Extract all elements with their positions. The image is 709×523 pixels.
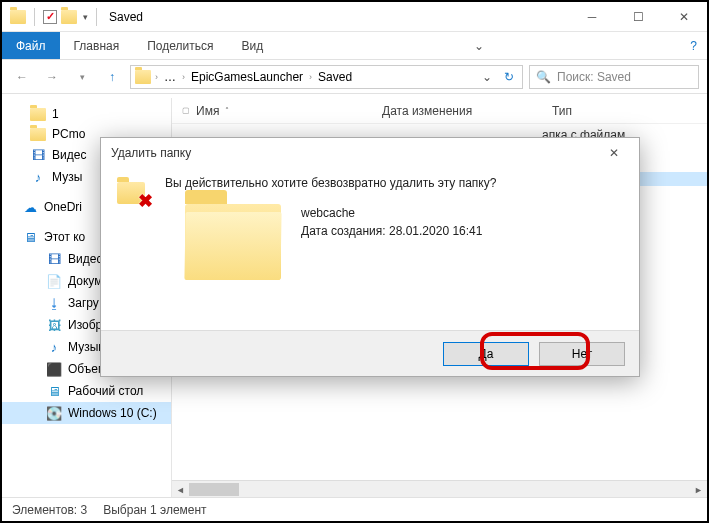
scroll-left-icon[interactable]: ◄ (172, 481, 189, 498)
breadcrumb-sep: › (155, 72, 158, 82)
maximize-button[interactable]: ☐ (615, 2, 661, 32)
ribbon-help-icon[interactable]: ? (680, 32, 707, 59)
window-title: Saved (109, 10, 143, 24)
column-headers: ▢ Имя ˄ Дата изменения Тип (172, 98, 707, 124)
dialog-title: Удалить папку (111, 146, 191, 160)
no-button[interactable]: Нет (539, 342, 625, 366)
delete-folder-warning-icon: ✖ (117, 176, 149, 208)
onedrive-icon: ☁ (22, 199, 38, 215)
refresh-icon[interactable]: ↻ (500, 70, 518, 84)
close-button[interactable]: ✕ (661, 2, 707, 32)
breadcrumb-sep: › (309, 72, 312, 82)
column-name[interactable]: ▢ Имя ˄ (172, 104, 372, 118)
qat-divider-2 (96, 8, 97, 26)
tab-share[interactable]: Поделиться (133, 32, 227, 59)
dialog-message: Вы действительно хотите безвозвратно уда… (165, 176, 623, 190)
recent-dropdown-icon[interactable]: ▾ (70, 65, 94, 89)
forward-button[interactable]: → (40, 65, 64, 89)
music-icon: ♪ (46, 339, 62, 355)
sort-indicator-icon: ˄ (225, 106, 229, 115)
up-button[interactable]: ↑ (100, 65, 124, 89)
sidebar-item[interactable]: 🖥Рабочий стол (2, 380, 171, 402)
dialog-item-name: webcache (301, 204, 482, 222)
search-icon: 🔍 (536, 70, 551, 84)
search-placeholder: Поиск: Saved (557, 70, 631, 84)
pc-icon: 🖥 (22, 229, 38, 245)
video-icon: 🎞 (46, 251, 62, 267)
qat-dropdown-icon[interactable]: ▾ (83, 12, 88, 22)
qat-newfolder-icon[interactable] (61, 10, 77, 24)
documents-icon: 📄 (46, 273, 62, 289)
window-titlebar: ✓ ▾ Saved ─ ☐ ✕ (2, 2, 707, 32)
folder-icon (135, 70, 151, 84)
breadcrumb-sep: › (182, 72, 185, 82)
navigation-bar: ← → ▾ ↑ › … › EpicGamesLauncher › Saved … (2, 60, 707, 94)
column-date[interactable]: Дата изменения (372, 104, 542, 118)
qat-divider (34, 8, 35, 26)
column-type[interactable]: Тип (542, 104, 707, 118)
dialog-item-date: Дата создания: 28.01.2020 16:41 (301, 222, 482, 240)
drive-icon: 💽 (46, 405, 62, 421)
video-icon: 🎞 (30, 147, 46, 163)
selection-count: Выбран 1 элемент (103, 503, 206, 517)
downloads-icon: ⭳ (46, 295, 62, 311)
breadcrumb-item[interactable]: Saved (316, 70, 354, 84)
search-input[interactable]: 🔍 Поиск: Saved (529, 65, 699, 89)
ribbon-expand-icon[interactable]: ⌄ (464, 32, 494, 59)
sidebar-item-drive-c[interactable]: 💽Windows 10 (C:) (2, 402, 171, 424)
scroll-right-icon[interactable]: ► (690, 481, 707, 498)
tab-file[interactable]: Файл (2, 32, 60, 59)
yes-button[interactable]: Да (443, 342, 529, 366)
pictures-icon: 🖼 (46, 317, 62, 333)
item-count: Элементов: 3 (12, 503, 87, 517)
address-bar[interactable]: › … › EpicGamesLauncher › Saved ⌄ ↻ (130, 65, 523, 89)
status-bar: Элементов: 3 Выбран 1 элемент (2, 497, 707, 521)
folder-icon (30, 108, 46, 121)
folder-preview-icon (185, 204, 281, 280)
tab-view[interactable]: Вид (227, 32, 277, 59)
sidebar-item[interactable]: 1 (2, 104, 171, 124)
breadcrumb-ellipsis[interactable]: … (162, 70, 178, 84)
music-icon: ♪ (30, 169, 46, 185)
folder-icon (30, 128, 46, 141)
ribbon-tabs: Файл Главная Поделиться Вид ⌄ ? (2, 32, 707, 60)
horizontal-scrollbar[interactable]: ◄ ► (172, 480, 707, 497)
delete-confirmation-dialog: Удалить папку ✕ ✖ Вы действительно хотит… (100, 137, 640, 377)
dialog-close-button[interactable]: ✕ (599, 138, 629, 168)
dialog-button-row: Да Нет (101, 330, 639, 376)
desktop-icon: 🖥 (46, 383, 62, 399)
breadcrumb-item[interactable]: EpicGamesLauncher (189, 70, 305, 84)
tab-home[interactable]: Главная (60, 32, 134, 59)
minimize-button[interactable]: ─ (569, 2, 615, 32)
qat-checkbox-icon[interactable]: ✓ (43, 10, 57, 24)
app-icon (10, 10, 26, 24)
scroll-thumb[interactable] (189, 483, 239, 496)
3dobjects-icon: ⬛ (46, 361, 62, 377)
back-button[interactable]: ← (10, 65, 34, 89)
dialog-titlebar: Удалить папку ✕ (101, 138, 639, 168)
address-dropdown-icon[interactable]: ⌄ (478, 70, 496, 84)
